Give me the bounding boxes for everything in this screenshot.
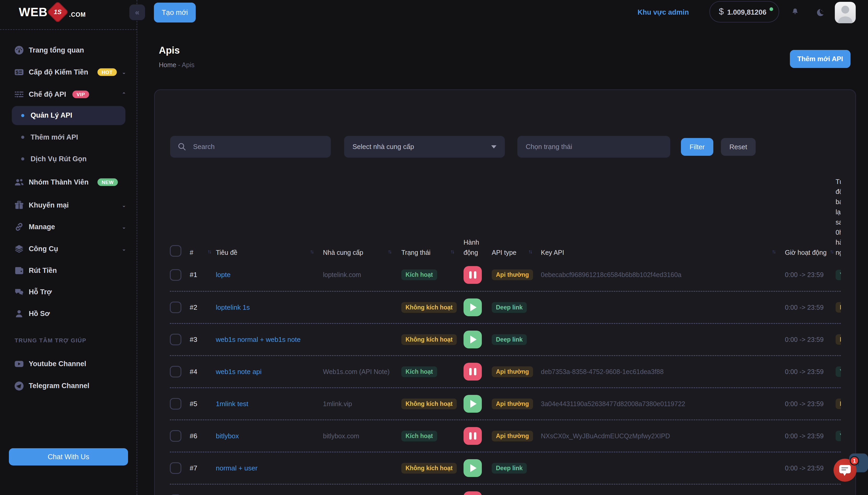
sidebar-subitem-label: Dịch Vụ Rút Gọn [31, 155, 86, 163]
row-checkbox[interactable] [170, 366, 181, 377]
column-header-title[interactable]: Tiêu đề ↑↓ [216, 246, 313, 258]
sidebar-item-5[interactable]: Manage ⌄ [0, 218, 137, 236]
sidebar: WEB 1S .COM Trang tổng quan $ Cấp độ Kiế… [0, 0, 137, 495]
bullet-dot-icon [21, 114, 24, 117]
row-checkbox[interactable] [170, 334, 181, 345]
sidebar-subitem-dịch-vụ-rút-gọn[interactable]: Dịch Vụ Rút Gọn [0, 150, 137, 168]
search-input[interactable]: Search [170, 136, 331, 158]
api-title-link[interactable]: 1mlink test [216, 400, 248, 408]
status-select[interactable]: Chọn trạng thái [517, 136, 670, 158]
column-header-api[interactable]: API type ↑↓ [492, 246, 532, 258]
help-link-0[interactable]: Youtube Channel [0, 354, 137, 373]
row-checkbox[interactable] [170, 462, 181, 474]
pause-button[interactable] [464, 363, 482, 380]
row-number: #5 [190, 400, 197, 408]
select-all-checkbox[interactable] [170, 245, 181, 257]
table-header: # ↑↓ Tiêu đề ↑↓ Nhà cung cấp ↑↓ Trạng th… [170, 174, 841, 259]
column-header-num[interactable]: # ↑↓ [190, 246, 211, 258]
sidebar-item-label: Rút Tiền [29, 267, 57, 275]
sidebar-item-9[interactable]: Hồ Sơ [0, 304, 137, 323]
pause-button[interactable] [464, 427, 482, 445]
flag-badge: No [836, 398, 841, 409]
sidebar-item-2[interactable]: Chế độ API VIP ⌃ [0, 85, 137, 104]
play-button[interactable] [464, 395, 482, 413]
api-title-link[interactable]: lopte [216, 271, 230, 279]
row-checkbox[interactable] [170, 398, 181, 410]
reset-button[interactable]: Reset [721, 138, 756, 156]
api-type-badge: Deep link [492, 334, 527, 345]
column-header-status[interactable]: Trạng thái ↑↓ [401, 246, 454, 258]
play-button[interactable] [464, 459, 482, 477]
column-header-prov[interactable]: Nhà cung cấp ↑↓ [323, 246, 391, 258]
chevron-down-icon: ⌄ [122, 69, 126, 75]
sidebar-item-label: Hỗ Trợ [29, 288, 52, 296]
flag-badge: Yes [836, 431, 841, 441]
wallet-icon [14, 265, 24, 276]
sidebar-subitem-thêm-mới-api[interactable]: Thêm mới API [0, 128, 137, 147]
column-label: Hành động [464, 237, 484, 258]
api-title-link[interactable]: normal + user [216, 464, 258, 472]
add-api-button[interactable]: Thêm mới API [790, 50, 850, 68]
sidebar-item-0[interactable]: Trang tổng quan [0, 41, 137, 59]
sidebar-item-7[interactable]: Rút Tiền [0, 261, 137, 280]
breadcrumb-home[interactable]: Home [159, 61, 176, 68]
pause-button[interactable] [464, 491, 482, 495]
pause-button[interactable] [464, 266, 482, 284]
row-number: #7 [190, 464, 197, 472]
sidebar-item-4[interactable]: Khuyến mại ⌄ [0, 196, 137, 215]
sidebar-item-1[interactable]: $ Cấp độ Kiếm Tiền HOT ⌄ [0, 63, 137, 82]
chat-bubble-icon [839, 465, 851, 473]
new-badge: NEW [98, 178, 118, 186]
status-badge: Kích hoạt [401, 431, 437, 441]
sidebar-item-6[interactable]: Công Cụ ⌄ [0, 239, 137, 258]
chat-with-us-button[interactable]: Chat With Us [9, 448, 128, 465]
api-type-badge: Api thường [492, 270, 533, 280]
flag-badge: Yes [836, 270, 841, 280]
sidebar-collapse-button[interactable]: « [129, 4, 145, 20]
active-hours-text: 0:00 -> 23:59 [785, 336, 823, 343]
play-button[interactable] [464, 298, 482, 316]
column-header-time[interactable]: Giờ hoạt động ↑↓ [785, 246, 833, 258]
api-title-link[interactable]: bitlybox [216, 432, 239, 440]
play-button[interactable] [464, 330, 482, 348]
filter-button[interactable]: Filter [681, 138, 713, 156]
row-checkbox[interactable] [170, 302, 181, 313]
provider-select[interactable]: Select nhà cung cấp [344, 136, 505, 158]
sidebar-item-label: Nhóm Thành Viên [29, 178, 89, 186]
sort-icon: ↑↓ [310, 246, 313, 257]
row-number: #1 [190, 271, 197, 279]
chat-widget-button[interactable]: 1 [834, 459, 856, 482]
user-avatar[interactable] [835, 2, 856, 23]
create-new-button[interactable]: Tạo mới [154, 3, 196, 22]
api-title-link[interactable]: loptelink 1s [216, 304, 250, 311]
flag-badge: No [836, 334, 841, 345]
sidebar-subitem-quản-lý-api[interactable]: Quản Lý API [0, 106, 137, 125]
help-section-title: TRUNG TÂM TRỢ GIÚP [15, 337, 86, 344]
bell-icon[interactable] [791, 7, 800, 16]
api-title-link[interactable]: web1s normal + web1s note [216, 336, 300, 344]
app-root: WEB 1S .COM Trang tổng quan $ Cấp độ Kiế… [0, 0, 868, 495]
table-row-8: #8 Kích hoạt Api thường Yes [170, 484, 841, 495]
moon-icon[interactable] [815, 8, 824, 17]
sliders-icon [14, 89, 24, 100]
table-row-2: #2 loptelink 1s Không kích hoạt Deep lin… [170, 291, 841, 323]
api-title-link[interactable]: web1s note api [216, 368, 262, 376]
sidebar-item-8[interactable]: Hỗ Trợ [0, 283, 137, 301]
api-type-badge: Deep link [492, 463, 527, 474]
row-checkbox[interactable] [170, 430, 181, 442]
brand-logo[interactable]: WEB 1S .COM [19, 3, 86, 21]
sidebar-item-label: Hồ Sơ [29, 310, 50, 318]
help-link-1[interactable]: Telegram Channel [0, 377, 137, 395]
balance-pill[interactable]: $ 1.009,81206 [709, 1, 779, 22]
table-row-3: #3 web1s normal + web1s note Không kích … [170, 323, 841, 355]
logo-diamond-icon: 1S [48, 2, 68, 22]
admin-area-link[interactable]: Khu vực admin [638, 8, 689, 16]
person-icon [14, 308, 24, 319]
column-header-key[interactable]: Key API ↑↓ [541, 246, 775, 258]
column-label: Trạng thái [401, 248, 448, 258]
flag-badge: No [836, 302, 841, 312]
chevron-down-icon: ⌄ [122, 224, 126, 230]
provider-select-value: Select nhà cung cấp [352, 143, 414, 151]
sidebar-item-3[interactable]: Nhóm Thành Viên NEW [0, 173, 137, 191]
row-checkbox[interactable] [170, 269, 181, 281]
